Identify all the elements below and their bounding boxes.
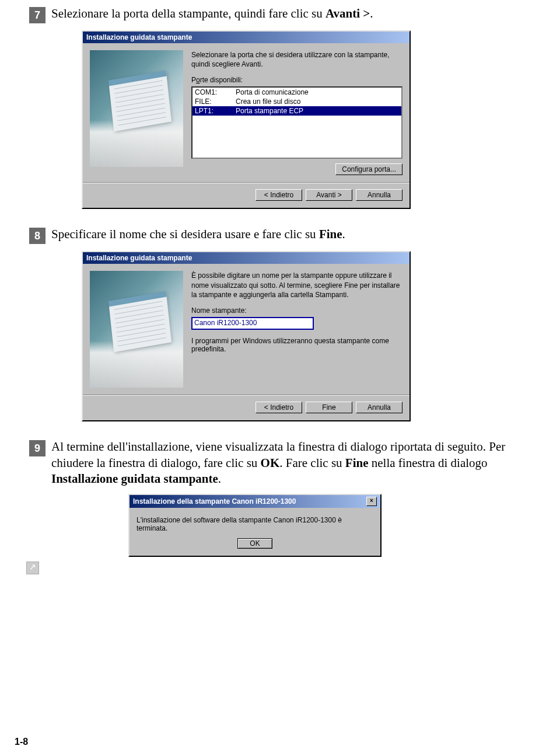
dialog2-wrap: Installazione guidata stampante È possib… bbox=[82, 251, 537, 421]
msgbox-wrap: Installazione della stampante Canon iR12… bbox=[128, 494, 537, 557]
dialog2-titlebar: Installazione guidata stampante bbox=[83, 252, 410, 264]
step-text-8: Specificare il nome che si desidera usar… bbox=[51, 226, 345, 242]
cancel-button[interactable]: Annulla bbox=[356, 189, 402, 201]
dialog1-wrap: Installazione guidata stampante Selezion… bbox=[82, 30, 537, 209]
install-complete-msgbox: Installazione della stampante Canon iR12… bbox=[128, 494, 382, 557]
configure-port-button[interactable]: Configura porta... bbox=[335, 163, 402, 175]
dialog-port-select: Installazione guidata stampante Selezion… bbox=[82, 30, 411, 209]
dialog1-titlebar: Installazione guidata stampante bbox=[83, 32, 410, 43]
msgbox-body: L'installazione del software della stamp… bbox=[130, 508, 380, 535]
dialog2-note: I programmi per Windows utilizzeranno qu… bbox=[191, 337, 402, 353]
step-text-7: Selezionare la porta della stampante, qu… bbox=[51, 6, 373, 22]
step-8: 8 Specificare il nome che si desidera us… bbox=[29, 226, 537, 244]
dialog-name-printer: Installazione guidata stampante È possib… bbox=[82, 251, 411, 421]
ports-listbox[interactable]: COM1:Porta di comunicazione FILE:Crea un… bbox=[191, 86, 402, 159]
printer-name-label: Nome stampante: bbox=[191, 306, 402, 315]
step-text-9: Al termine dell'installazione, viene vis… bbox=[51, 439, 537, 487]
step-number-8: 8 bbox=[29, 228, 46, 244]
step-7: 7 Selezionare la porta della stampante, … bbox=[29, 6, 537, 23]
step-number-9: 9 bbox=[29, 440, 46, 456]
dialog1-title: Installazione guidata stampante bbox=[86, 33, 192, 41]
ports-label: Porte disponibili: bbox=[191, 76, 402, 84]
dialog2-title: Installazione guidata stampante bbox=[86, 254, 192, 262]
wizard-image bbox=[90, 271, 183, 388]
back-button[interactable]: < Indietro bbox=[256, 402, 302, 413]
cancel-button[interactable]: Annulla bbox=[356, 402, 402, 413]
dialog1-desc: Selezionare la porta che si desidera uti… bbox=[191, 50, 402, 69]
ok-button[interactable]: OK bbox=[237, 538, 272, 549]
dialog2-desc: È possibile digitare un nome per la stam… bbox=[191, 271, 402, 299]
wizard-image bbox=[90, 50, 183, 167]
msgbox-title: Installazione della stampante Canon iR12… bbox=[133, 497, 296, 506]
close-icon[interactable]: × bbox=[366, 497, 377, 506]
step-number-7: 7 bbox=[29, 7, 46, 23]
port-row[interactable]: COM1:Porta di comunicazione bbox=[192, 88, 401, 97]
msgbox-titlebar: Installazione della stampante Canon iR12… bbox=[130, 495, 380, 508]
back-button[interactable]: < Indietro bbox=[256, 189, 302, 201]
next-button[interactable]: Avanti > bbox=[306, 189, 352, 201]
finish-button[interactable]: Fine bbox=[306, 402, 352, 413]
port-row-selected[interactable]: LPT1:Porta stampante ECP bbox=[192, 106, 401, 116]
expand-icon[interactable]: ↗ bbox=[26, 562, 39, 574]
printer-name-input[interactable]: Canon iR1200-1300 bbox=[191, 317, 314, 330]
port-row[interactable]: FILE:Crea un file sul disco bbox=[192, 97, 401, 106]
step-9: 9 Al termine dell'installazione, viene v… bbox=[29, 439, 537, 487]
